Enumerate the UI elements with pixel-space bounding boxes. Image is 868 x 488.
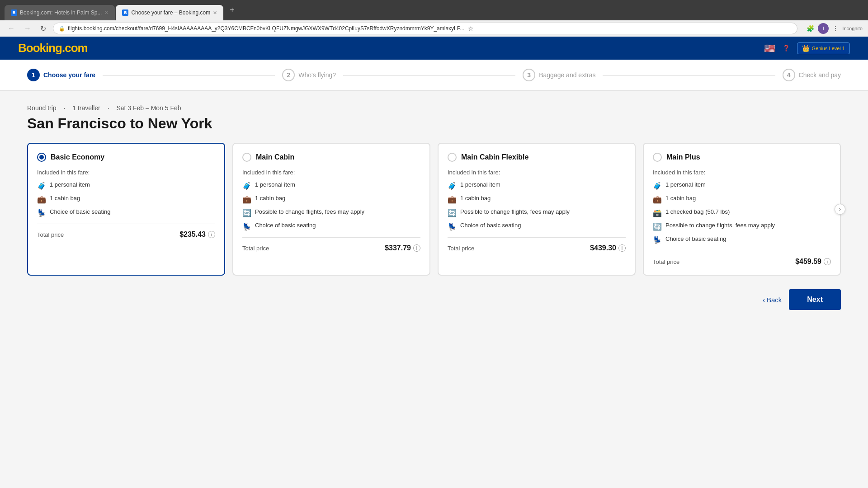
feature-text: 1 personal item xyxy=(460,181,500,188)
total-price-label-main-cabin: Total price xyxy=(242,245,269,252)
new-tab-button[interactable]: + xyxy=(227,5,237,15)
tab-close-icon[interactable]: ✕ xyxy=(213,10,217,16)
fare-footer-main-cabin: Total price $337.79 i xyxy=(242,237,420,252)
incognito-label: Incognito xyxy=(842,26,863,31)
address-bar[interactable]: 🔒 flights.booking.com/checkout/fare/d769… xyxy=(53,23,797,34)
feature-text: Possible to change flights, fees may app… xyxy=(665,222,775,229)
meta-separator-2: · xyxy=(108,104,109,112)
progress-step-2: 2 Who's flying? xyxy=(282,69,336,81)
tab-label: Booking.com: Hotels in Palm Sp... xyxy=(20,9,102,16)
scroll-right-icon[interactable]: › xyxy=(835,204,845,215)
browser-tab-tab1[interactable]: B Booking.com: Hotels in Palm Sp... ✕ xyxy=(5,5,115,20)
feature-icon: 💼 xyxy=(653,195,662,204)
step-num-1: 1 xyxy=(27,69,40,81)
total-price-value-main-plus: $459.59 i xyxy=(795,258,831,266)
dates: Sat 3 Feb – Mon 5 Feb xyxy=(116,104,181,112)
fare-name-basic-economy: Basic Economy xyxy=(51,153,104,161)
feature-icon: 🔄 xyxy=(242,209,251,217)
lock-icon: 🔒 xyxy=(59,26,65,32)
tab-close-icon[interactable]: ✕ xyxy=(104,10,108,16)
fare-feature: 🔄 Possible to change flights, fees may a… xyxy=(242,208,420,217)
step-connector-1 xyxy=(103,75,275,75)
fare-card-header: Main Cabin Flexible xyxy=(448,153,626,162)
radio-btn-main-cabin[interactable] xyxy=(242,153,251,162)
radio-btn-main-cabin-flexible[interactable] xyxy=(448,153,457,162)
bookmark-icon[interactable]: ☆ xyxy=(468,25,474,32)
fare-card-main-cabin-flexible[interactable]: Main Cabin Flexible Included in this far… xyxy=(438,143,636,276)
feature-icon: 🔄 xyxy=(448,209,457,217)
reload-button[interactable]: ↻ xyxy=(38,23,48,34)
main-content: Round trip · 1 traveller · Sat 3 Feb – M… xyxy=(0,91,868,407)
fare-feature: 🔄 Possible to change flights, fees may a… xyxy=(448,208,626,217)
feature-icon: 🔄 xyxy=(653,222,662,231)
genius-label: Genius Level 1 xyxy=(812,46,845,51)
forward-nav-button[interactable]: → xyxy=(22,23,33,33)
flight-meta: Round trip · 1 traveller · Sat 3 Feb – M… xyxy=(27,104,841,112)
step-num-2: 2 xyxy=(282,69,295,81)
fare-feature: 💺 Choice of basic seating xyxy=(448,222,626,231)
logo-text: Booking xyxy=(18,41,62,55)
genius-badge: 👑 Genius Level 1 xyxy=(797,42,850,54)
fare-feature: 🧳 1 personal item xyxy=(242,181,420,190)
feature-text: 1 cabin bag xyxy=(460,195,491,202)
step-num-4: 4 xyxy=(783,69,795,81)
fare-feature: 💼 1 cabin bag xyxy=(448,195,626,204)
price-info-icon-main-cabin[interactable]: i xyxy=(413,244,420,252)
radio-btn-basic-economy[interactable] xyxy=(37,153,46,162)
back-chevron-icon: ‹ xyxy=(763,296,765,304)
feature-text: Choice of basic seating xyxy=(255,222,316,229)
feature-text: 1 cabin bag xyxy=(50,195,80,202)
back-nav-button[interactable]: ← xyxy=(5,23,17,33)
step-label-3: Baggage and extras xyxy=(539,71,595,79)
feature-text: 1 personal item xyxy=(255,181,295,188)
back-button[interactable]: ‹ Back xyxy=(763,296,782,304)
feature-text: Choice of basic seating xyxy=(460,222,521,229)
progress-bar: 1 Choose your fare 2 Who's flying? 3 Bag… xyxy=(0,60,868,91)
fare-feature: 💼 1 cabin bag xyxy=(37,195,215,204)
feature-icon: 💼 xyxy=(448,195,457,204)
feature-text: 1 personal item xyxy=(50,181,90,188)
step-connector-2 xyxy=(343,75,515,75)
progress-step-1: 1 Choose your fare xyxy=(27,69,95,81)
feature-text: 1 checked bag (50.7 lbs) xyxy=(665,208,730,215)
feature-text: 1 cabin bag xyxy=(255,195,285,202)
included-label-main-cabin: Included in this fare: xyxy=(242,169,420,176)
total-price-value-basic-economy: $235.43 i xyxy=(179,230,215,239)
price-info-icon-main-plus[interactable]: i xyxy=(824,258,831,265)
help-icon[interactable]: ❓ xyxy=(783,45,790,52)
fare-feature: 🗃️ 1 checked bag (50.7 lbs) xyxy=(653,208,831,217)
fare-cards: Basic Economy Included in this fare: 🧳 1… xyxy=(27,143,841,276)
fare-card-basic-economy[interactable]: Basic Economy Included in this fare: 🧳 1… xyxy=(27,143,225,276)
fare-name-main-plus: Main Plus xyxy=(666,153,700,161)
fare-feature: 💺 Choice of basic seating xyxy=(37,208,215,217)
flight-title: San Francisco to New York xyxy=(27,115,841,132)
menu-button[interactable]: ⋮ xyxy=(832,25,839,32)
fare-name-main-cabin-flexible: Main Cabin Flexible xyxy=(461,153,528,161)
fare-footer-main-plus: Total price $459.59 i xyxy=(653,251,831,266)
feature-text: Possible to change flights, fees may app… xyxy=(255,208,364,215)
step-label-2: Who's flying? xyxy=(298,71,336,79)
included-label-main-cabin-flexible: Included in this fare: xyxy=(448,169,626,176)
browser-tab-tab2[interactable]: B Choose your fare – Booking.com ✕ xyxy=(116,5,223,20)
profile-button[interactable]: I xyxy=(818,23,829,34)
fare-card-main-cabin[interactable]: Main Cabin Included in this fare: 🧳 1 pe… xyxy=(232,143,430,276)
profile-avatar: I xyxy=(818,23,829,34)
total-price-label-main-plus: Total price xyxy=(653,258,679,265)
fare-card-header: Main Cabin xyxy=(242,153,420,162)
fare-feature: 🧳 1 personal item xyxy=(448,181,626,190)
price-info-icon-basic-economy[interactable]: i xyxy=(208,231,215,238)
radio-inner-basic-economy xyxy=(39,155,44,160)
feature-icon: 🧳 xyxy=(653,182,662,190)
included-label-main-plus: Included in this fare: xyxy=(653,169,831,176)
feature-icon: 💺 xyxy=(37,209,46,217)
feature-text: Choice of basic seating xyxy=(50,208,110,215)
price-info-icon-main-cabin-flexible[interactable]: i xyxy=(618,244,626,252)
extensions-button[interactable]: 🧩 xyxy=(807,25,814,32)
fare-card-main-plus[interactable]: Main Plus Included in this fare: 🧳 1 per… xyxy=(643,143,841,276)
feature-text: Possible to change flights, fees may app… xyxy=(460,208,570,215)
radio-btn-main-plus[interactable] xyxy=(653,153,662,162)
next-button[interactable]: Next xyxy=(789,289,841,310)
travellers: 1 traveller xyxy=(72,104,100,112)
feature-text: 1 cabin bag xyxy=(665,195,696,202)
feature-icon: 🧳 xyxy=(448,182,457,190)
